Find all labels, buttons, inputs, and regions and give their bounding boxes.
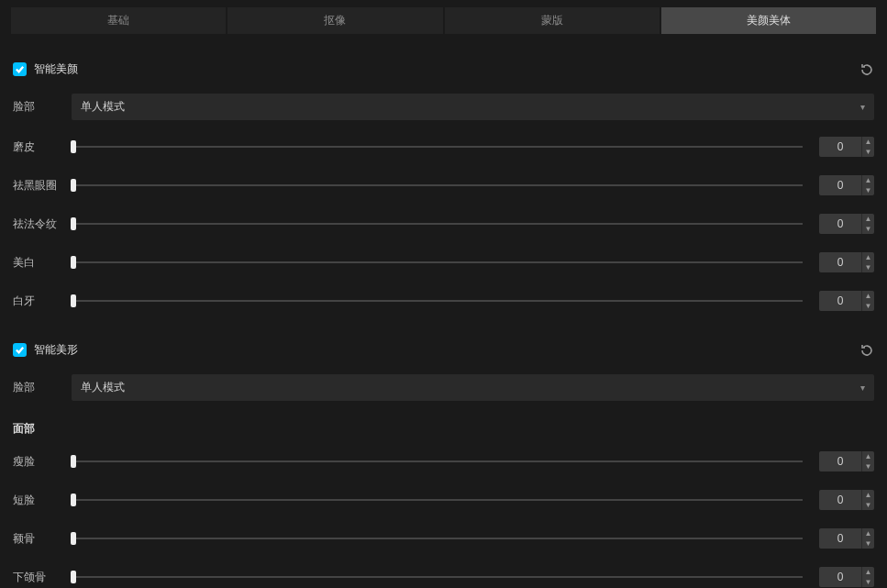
spinner-up-icon[interactable]: ▲ [862, 567, 874, 577]
beauty-spinner[interactable]: 0▲▼ [819, 291, 874, 311]
tab-mask[interactable]: 蒙版 [445, 7, 660, 34]
slider-thumb[interactable] [71, 494, 76, 506]
spinner-up-icon[interactable]: ▲ [862, 528, 874, 538]
spinner-up-icon[interactable]: ▲ [862, 291, 874, 301]
spinner-up-icon[interactable]: ▲ [862, 137, 874, 147]
beauty-slider[interactable] [73, 294, 803, 307]
shape-slider-row: 瘦脸0▲▼ [13, 442, 874, 481]
spinner-value: 0 [819, 252, 861, 272]
beauty-slider[interactable] [73, 179, 803, 192]
spinner-value: 0 [819, 291, 861, 311]
spinner-down-icon[interactable]: ▼ [862, 461, 874, 472]
shape-spinner[interactable]: 0▲▼ [819, 528, 874, 549]
spinner-value: 0 [819, 528, 861, 549]
slider-thumb[interactable] [71, 217, 76, 230]
spinner-down-icon[interactable]: ▼ [862, 500, 874, 510]
tab-beauty[interactable]: 美颜美体 [661, 7, 876, 34]
beauty-face-row: 脸部 单人模式 ▾ [13, 86, 874, 128]
spinner-value: 0 [819, 567, 861, 587]
slider-thumb[interactable] [71, 294, 76, 307]
spinner-up-icon[interactable]: ▲ [862, 175, 874, 185]
beauty-slider-label: 磨皮 [13, 140, 57, 153]
shape-face-label: 脸部 [13, 380, 57, 395]
content: 智能美颜 脸部 单人模式 ▾ 磨皮0▲▼祛黑眼圈0▲▼祛法令纹0▲▼美白0▲▼白… [0, 39, 887, 588]
spinner-down-icon[interactable]: ▼ [862, 147, 874, 157]
spinner-up-icon[interactable]: ▲ [862, 252, 874, 262]
shape-spinner[interactable]: 0▲▼ [819, 490, 874, 510]
tab-basic[interactable]: 基础 [11, 7, 226, 34]
spinner-value: 0 [819, 214, 861, 234]
beauty-slider-label: 美白 [13, 256, 57, 269]
beauty-slider-row: 白牙0▲▼ [13, 282, 874, 320]
shape-spinner[interactable]: 0▲▼ [819, 451, 874, 472]
beauty-slider[interactable] [73, 217, 803, 230]
shape-face-row: 脸部 单人模式 ▾ [13, 367, 874, 408]
beauty-slider-row: 祛法令纹0▲▼ [13, 205, 874, 243]
shape-face-value: 单人模式 [81, 380, 125, 395]
shape-slider-label: 下颌骨 [13, 571, 57, 583]
slider-thumb[interactable] [71, 256, 76, 269]
beauty-slider-row: 祛黑眼圈0▲▼ [13, 166, 874, 205]
spinner-down-icon[interactable]: ▼ [862, 538, 874, 549]
shape-reset-icon[interactable] [859, 343, 874, 358]
shape-slider-label: 短脸 [13, 494, 57, 506]
shape-subheader: 面部 [13, 408, 874, 442]
spinner-value: 0 [819, 175, 861, 195]
beauty-slider[interactable] [73, 140, 803, 153]
shape-title: 智能美形 [34, 342, 78, 358]
beauty-face-select[interactable]: 单人模式 ▾ [72, 94, 874, 120]
shape-checkbox[interactable] [13, 343, 27, 357]
tab-keying[interactable]: 抠像 [227, 7, 442, 34]
shape-slider-label: 瘦脸 [13, 455, 57, 468]
chevron-down-icon: ▾ [860, 102, 865, 112]
beauty-reset-icon[interactable] [859, 62, 874, 77]
spinner-value: 0 [819, 137, 861, 157]
beauty-spinner[interactable]: 0▲▼ [819, 252, 874, 272]
spinner-up-icon[interactable]: ▲ [862, 451, 874, 461]
spinner-down-icon[interactable]: ▼ [862, 301, 874, 311]
slider-thumb[interactable] [71, 571, 76, 583]
shape-slider[interactable] [73, 455, 803, 468]
beauty-face-label: 脸部 [13, 99, 57, 115]
beauty-slider-row: 美白0▲▼ [13, 243, 874, 282]
tabs-bar: 基础 抠像 蒙版 美颜美体 [0, 0, 887, 39]
section-beauty-header: 智能美颜 [13, 39, 874, 86]
shape-slider-row: 额骨0▲▼ [13, 519, 874, 558]
spinner-down-icon[interactable]: ▼ [862, 185, 874, 195]
spinner-down-icon[interactable]: ▼ [862, 262, 874, 272]
spinner-up-icon[interactable]: ▲ [862, 490, 874, 500]
slider-thumb[interactable] [71, 140, 76, 153]
slider-thumb[interactable] [71, 179, 76, 192]
shape-slider[interactable] [73, 571, 803, 583]
spinner-value: 0 [819, 490, 861, 510]
shape-face-select[interactable]: 单人模式 ▾ [72, 374, 874, 401]
spinner-down-icon[interactable]: ▼ [862, 577, 874, 587]
beauty-slider-label: 祛法令纹 [13, 217, 57, 230]
spinner-up-icon[interactable]: ▲ [862, 214, 874, 224]
section-shape-header: 智能美形 [13, 320, 874, 367]
beauty-title: 智能美颜 [34, 61, 78, 77]
shape-slider-row: 下颌骨0▲▼ [13, 558, 874, 588]
beauty-spinner[interactable]: 0▲▼ [819, 137, 874, 157]
beauty-face-value: 单人模式 [81, 99, 125, 115]
shape-slider-label: 额骨 [13, 532, 57, 545]
beauty-slider-label: 白牙 [13, 294, 57, 307]
chevron-down-icon: ▾ [860, 383, 865, 393]
beauty-slider[interactable] [73, 256, 803, 269]
beauty-slider-row: 磨皮0▲▼ [13, 128, 874, 166]
spinner-value: 0 [819, 451, 861, 472]
beauty-spinner[interactable]: 0▲▼ [819, 175, 874, 195]
slider-thumb[interactable] [71, 455, 76, 468]
shape-slider[interactable] [73, 494, 803, 506]
shape-slider-row: 短脸0▲▼ [13, 481, 874, 519]
shape-slider[interactable] [73, 532, 803, 545]
spinner-down-icon[interactable]: ▼ [862, 224, 874, 234]
beauty-slider-label: 祛黑眼圈 [13, 179, 57, 192]
slider-thumb[interactable] [71, 532, 76, 545]
beauty-spinner[interactable]: 0▲▼ [819, 214, 874, 234]
beauty-checkbox[interactable] [13, 62, 27, 76]
shape-spinner[interactable]: 0▲▼ [819, 567, 874, 587]
